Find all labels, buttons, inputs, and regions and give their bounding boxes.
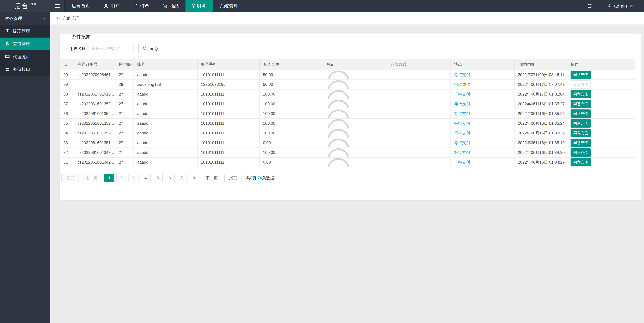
cell-order-no: cz2022061601343... xyxy=(74,148,115,157)
pagination-page-2[interactable]: 2 xyxy=(116,174,126,182)
approve-recharge-button[interactable]: 同意充值 xyxy=(570,109,591,118)
pagination-page-1[interactable]: 1 xyxy=(104,174,114,182)
table-row: 90cz2022070908461...27aaadd1010101111150… xyxy=(60,70,635,80)
cell-voucher xyxy=(323,89,387,99)
search-button[interactable]: 搜 索 xyxy=(138,44,163,53)
sidebar-item-recharge-api[interactable]: 充值接口 xyxy=(0,63,50,76)
finance-icon: ¥ xyxy=(192,4,195,8)
col-header-action: 操作 xyxy=(567,59,635,70)
chevron-up-icon xyxy=(629,4,634,8)
nav-item-users[interactable]: 用户 xyxy=(97,0,126,12)
sidebar-group-finance[interactable]: 财务管理 xyxy=(0,12,50,25)
approve-recharge-button[interactable]: 同意充值 xyxy=(570,158,591,166)
table-header-row: ID商户订单号用户ID账号账号手机充值金额凭证充值方式状态创建时间操作 xyxy=(60,59,635,70)
menu-toggle-button[interactable] xyxy=(50,0,64,12)
cell-action: 同意充值 xyxy=(567,70,635,80)
table-row: 86cz2022061601352...27aaadd1010101111110… xyxy=(60,109,635,118)
voucher-image[interactable] xyxy=(327,100,352,108)
sidebar-item-agent-stats[interactable]: 代理统计 xyxy=(0,50,50,63)
cell-voucher xyxy=(323,109,387,118)
menu-toggle-icon xyxy=(55,4,60,8)
approve-recharge-button[interactable]: 同意充值 xyxy=(570,148,591,157)
exchange-icon xyxy=(5,67,10,72)
sidebar-item-recharge-manage[interactable]: ฿充值管理 xyxy=(0,37,50,50)
cell-created: 2022年06月17日 17:07:49 xyxy=(514,80,567,89)
cell-action: 同意充值 xyxy=(567,128,635,138)
cell-order-no: cz2022061601351... xyxy=(74,138,115,148)
pagination-page-4[interactable]: 4 xyxy=(140,174,150,182)
cell-order-no: cz2022061601342... xyxy=(74,157,115,167)
table-row: 85cz2022061601352...27aaadd1010101111110… xyxy=(60,118,635,128)
username-input[interactable] xyxy=(89,44,134,53)
voucher-image[interactable] xyxy=(327,109,352,118)
search-legend: 条件搜索 xyxy=(68,33,94,40)
refresh-button[interactable] xyxy=(581,0,598,12)
approve-recharge-button[interactable]: 同意充值 xyxy=(570,119,591,128)
voucher-image[interactable] xyxy=(327,139,352,147)
cell-action: 同意充值 xyxy=(567,109,635,118)
approve-recharge-button[interactable]: 同意充值 xyxy=(570,100,591,108)
nav-item-orders[interactable]: 订单 xyxy=(126,0,156,12)
cell-created: 2022年07月09日 08:46:11 xyxy=(514,70,567,80)
voucher-image[interactable] xyxy=(327,90,352,99)
voucher-image[interactable] xyxy=(327,119,352,128)
col-header-user-id: 用户ID xyxy=(115,59,134,70)
cell-status: 等待支付 xyxy=(451,148,514,157)
app-version: V1.0 xyxy=(30,3,36,6)
content: 条件搜索 用户名称 搜 索 xyxy=(50,24,644,200)
summary-prefix: 共 xyxy=(246,176,250,180)
cell-account: aaadd xyxy=(134,138,198,148)
cell-method xyxy=(387,128,451,138)
pagination-last-button[interactable]: 尾页 xyxy=(224,174,242,182)
cell-amount: 100.00 xyxy=(260,109,323,118)
voucher-arc xyxy=(327,129,350,138)
pagination-page-5[interactable]: 5 xyxy=(152,174,163,182)
voucher-image[interactable] xyxy=(327,80,352,89)
approve-recharge-button[interactable]: 同意充值 xyxy=(570,139,591,147)
cell-status: 等待支付 xyxy=(451,89,514,99)
nav-item-system[interactable]: 系统管理 xyxy=(213,0,245,12)
app-title: 后台 xyxy=(14,1,28,11)
table-row: 87cz2022061601352...27aaadd1010101111110… xyxy=(60,99,635,109)
cell-method xyxy=(387,89,451,99)
cell-created: 2022年06月16日 01:35:25 xyxy=(514,109,567,118)
cell-order-no: cz2022061701010... xyxy=(74,89,115,99)
pagination-page-8[interactable]: 8 xyxy=(189,174,199,182)
nav-item-finance[interactable]: ¥财务 xyxy=(186,0,213,12)
breadcrumb-label: 充值管理 xyxy=(62,15,80,21)
pagination-page-3[interactable]: 3 xyxy=(128,174,138,182)
voucher-image[interactable] xyxy=(327,148,352,157)
sidebar-menu: ₹提现管理฿充值管理代理统计充值接口 xyxy=(0,25,50,76)
nav-item-label: 系统管理 xyxy=(220,3,238,9)
cell-account: aaadd xyxy=(134,148,198,157)
sidebar-item-label: 提现管理 xyxy=(13,28,30,34)
voucher-arc xyxy=(327,90,350,99)
sidebar-item-withdraw-manage[interactable]: ₹提现管理 xyxy=(0,25,50,37)
nav-item-goods[interactable]: 商品 xyxy=(156,0,186,12)
status-badge: 等待支付 xyxy=(454,102,470,106)
pagination-page-6[interactable]: 6 xyxy=(165,174,175,182)
voucher-image[interactable] xyxy=(327,158,352,167)
col-header-order-no: 商户订单号 xyxy=(74,59,115,70)
voucher-image[interactable] xyxy=(327,129,352,138)
pagination-next-button[interactable]: 下一页 xyxy=(201,174,222,182)
search-icon xyxy=(142,46,147,51)
refresh-icon xyxy=(587,3,592,8)
cell-created: 2022年06月16日 01:34:30 xyxy=(514,148,567,157)
approve-recharge-button[interactable]: 同意充值 xyxy=(570,70,591,79)
approve-recharge-button[interactable]: 同意充值 xyxy=(570,129,591,137)
pagination-page-7[interactable]: 7 xyxy=(177,174,187,182)
cell-created: 2022年06月16日 01:35:27 xyxy=(514,99,567,109)
top-navbar: 后台 V1.0 后台首页用户订单商品¥财务系统管理 admin xyxy=(0,0,644,12)
cell-action: 同意充值 xyxy=(567,157,635,167)
status-badge: 等待支付 xyxy=(454,92,470,96)
cell-phone: 10101011111 xyxy=(198,148,260,157)
approve-recharge-button[interactable]: 同意充值 xyxy=(570,90,591,98)
user-menu[interactable]: admin xyxy=(598,0,644,12)
col-header-phone: 账号手机 xyxy=(198,59,260,70)
cell-method xyxy=(387,109,451,118)
status-badge: 等待支付 xyxy=(454,121,470,126)
cell-phone: 10101011111 xyxy=(198,157,260,167)
voucher-image[interactable] xyxy=(327,70,352,79)
nav-item-home[interactable]: 后台首页 xyxy=(65,0,97,12)
